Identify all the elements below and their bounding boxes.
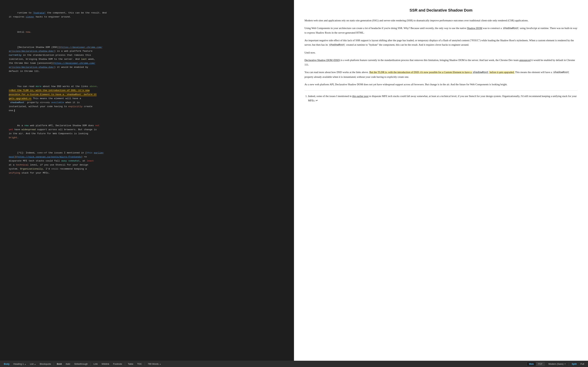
toolbar: Body Heading 1 ▲ List ▲ Blockquote Bold … bbox=[0, 361, 588, 367]
preview-divider bbox=[304, 90, 578, 91]
dsd-link-preview[interactable]: Declarative Shadow DOM (DSD) bbox=[304, 59, 340, 61]
preview-para-7: As a new web platform API, Declarative S… bbox=[304, 82, 578, 87]
some-of-strike: some of bbox=[37, 151, 47, 154]
shadow-root-code-2: shadowRoot bbox=[329, 43, 346, 47]
preview-para-6: You can read more about how DSD works at… bbox=[304, 70, 578, 79]
clever-code: clever bbox=[26, 16, 34, 18]
font-label: Modern (Sans) bbox=[548, 363, 563, 365]
preview-para-1: Modern web sites and applications rely o… bbox=[304, 18, 578, 23]
toolbar-body[interactable]: Body bbox=[2, 362, 11, 366]
font-selector[interactable]: Modern (Sans) ▼ bbox=[547, 362, 568, 366]
bright-code: bright bbox=[9, 136, 17, 139]
shadowroot-preview-code: shadowRoot bbox=[472, 71, 489, 74]
toolbar-heading1[interactable]: Heading 1 ▲ bbox=[12, 362, 28, 366]
toolbar-sep-3 bbox=[125, 362, 125, 366]
this-code: this bbox=[87, 151, 92, 154]
widespread-code: widespread bbox=[22, 128, 36, 131]
highlight-preview: But the TLDR is, with the introduction o… bbox=[369, 71, 515, 74]
footnote-1: Indeed, some of the issues I mentioned i… bbox=[308, 94, 578, 103]
shadowroot-code-3: shadowRoot bbox=[553, 71, 570, 74]
list-dropdown-icon: ▲ bbox=[34, 363, 36, 365]
away-code: away somewhat bbox=[61, 159, 80, 162]
words-label: 789 Words bbox=[148, 363, 159, 365]
toolbar-italic[interactable]: Italic bbox=[64, 362, 72, 366]
dsd-link-2[interactable]: https://developer.chrome.com/ articles/d… bbox=[9, 62, 95, 68]
toolbar-toc[interactable]: TOC bbox=[135, 362, 144, 366]
toolbar-split[interactable]: Split bbox=[570, 362, 578, 366]
preview-para-3: An important negative side effect of thi… bbox=[304, 38, 578, 47]
still-strike: still bbox=[51, 167, 59, 170]
toolbar-bold[interactable]: Bold bbox=[55, 362, 63, 366]
least-code: least bbox=[87, 159, 94, 162]
last-code: last bbox=[81, 58, 87, 60]
editor-para-4: You can read more about how DSD works at… bbox=[9, 81, 285, 117]
preview-para-2: Using Web Components in your architectur… bbox=[304, 26, 578, 35]
toolbar-sep-2 bbox=[90, 362, 91, 366]
toolbar-words[interactable]: 789 Words ▲ bbox=[146, 362, 163, 366]
announced-link[interactable]: announced bbox=[519, 59, 531, 61]
cursor bbox=[14, 109, 15, 112]
preview-panel: SSR and Declarative Shadow Dom Modern we… bbox=[294, 0, 588, 361]
preview-footnotes: Indeed, some of the issues I mentioned i… bbox=[304, 94, 578, 103]
editor-para-2: Until now. bbox=[9, 26, 285, 38]
available-code: available bbox=[51, 101, 64, 104]
now-code: now bbox=[26, 31, 30, 33]
currently-code: currently bbox=[9, 54, 22, 57]
shadow-root-code-1: shadowRoot bbox=[502, 27, 519, 30]
explicitly-code: explicitly bbox=[68, 105, 82, 108]
already-strike: already bbox=[40, 101, 50, 104]
editor-panel[interactable]: runtime to "hydrate" the component, this… bbox=[0, 0, 294, 361]
toolbar-blockquote[interactable]: Blockquote bbox=[38, 362, 53, 366]
earlier-post-link[interactable]: this earlier post bbox=[352, 95, 368, 98]
above-code: above bbox=[90, 85, 97, 88]
tab-pdf[interactable]: PDF bbox=[536, 362, 545, 366]
editor-para-5: As a new web platform API, Declarative S… bbox=[9, 120, 285, 144]
toolbar-wikilink[interactable]: Wikilink bbox=[100, 362, 111, 366]
preview-title: SSR and Declarative Shadow Dom bbox=[304, 7, 578, 13]
highlight-block: ==But the TLDR is, with the introduction… bbox=[9, 89, 97, 100]
organizationally-code: Organizationally bbox=[20, 167, 43, 170]
shadow-dom-link[interactable]: Shadow DOM bbox=[467, 27, 482, 30]
words-dropdown-icon: ▲ bbox=[159, 363, 161, 365]
toolbar-list[interactable]: List ▲ bbox=[28, 362, 38, 366]
hydrate-code: "hydrate" bbox=[33, 12, 46, 14]
editor-para-6: [^1]: Indeed, some of the issues I menti… bbox=[9, 147, 285, 179]
preview-para-4: Until now. bbox=[304, 50, 578, 55]
toolbar-footnote[interactable]: Footnote bbox=[111, 362, 124, 366]
micro-frontends-link[interactable]: https://nick.vanexan.ca/posts/micro-fron… bbox=[17, 156, 81, 158]
new-code: new bbox=[24, 124, 28, 127]
heading1-dropdown-icon: ▲ bbox=[24, 363, 26, 365]
toolbar-sep-1 bbox=[54, 362, 54, 366]
dsd-link-1[interactable]: https://developer.chrome.com/ articles/d… bbox=[9, 46, 102, 53]
main-container: runtime to "hydrate" the component, this… bbox=[0, 0, 588, 361]
editor-para-1: runtime to "hydrate" the component, this… bbox=[9, 7, 285, 23]
toolbar-strikethrough[interactable]: Strikethrough bbox=[72, 362, 89, 366]
view-tab-group: Web PDF bbox=[527, 362, 545, 366]
preview-para-5: Declarative Shadow DOM (DSD) is a web pl… bbox=[304, 58, 578, 67]
shadowroot-code: `shadowRoot` bbox=[9, 101, 26, 104]
editor-para-3: [Declarative Shadow DOM (DSD)](https://d… bbox=[9, 42, 285, 77]
toolbar-link[interactable]: Link bbox=[92, 362, 99, 366]
toolbar-full[interactable]: Full bbox=[579, 362, 586, 366]
technical-code: technical bbox=[16, 164, 29, 166]
more-code: more bbox=[36, 85, 41, 88]
unifying-code: unifying bbox=[9, 172, 20, 174]
tab-web[interactable]: Web bbox=[527, 362, 536, 366]
font-dropdown-icon: ▼ bbox=[564, 363, 566, 365]
toolbar-table[interactable]: Table bbox=[126, 362, 135, 366]
